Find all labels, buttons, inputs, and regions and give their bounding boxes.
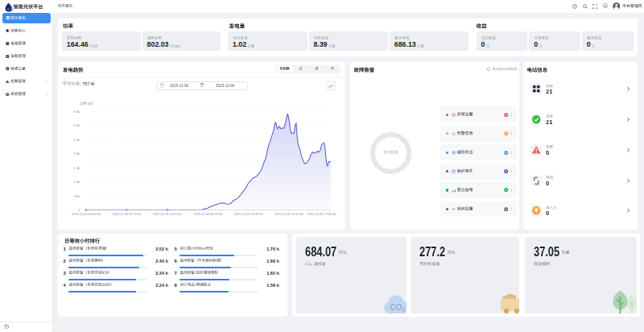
svg-text:2025-11-06 08:40:00: 2025-11-06 08:40:00 <box>234 212 264 216</box>
svg-text:1.5k: 1.5k <box>73 166 80 170</box>
svg-text:1.0k: 1.0k <box>73 180 80 184</box>
svg-text:2: 2 <box>402 307 405 313</box>
svg-text:CO: CO <box>390 303 402 312</box>
svg-text:2025-11-06 10:50:00: 2025-11-06 10:50:00 <box>275 212 304 216</box>
svg-text:2.0k: 2.0k <box>73 151 80 156</box>
svg-text:2025-11-06 00:00:00: 2025-11-06 00:00:00 <box>72 212 101 216</box>
svg-text:2025-11-06 04:20:00: 2025-11-06 04:20:00 <box>153 212 183 216</box>
svg-text:500: 500 <box>74 194 80 198</box>
svg-text:3.0k: 3.0k <box>73 123 80 127</box>
svg-text:3.5k: 3.5k <box>73 110 80 114</box>
svg-text:2025-11-06 02:10:00: 2025-11-06 02:10:00 <box>112 212 142 216</box>
svg-text:2025-11-06 13:00:00: 2025-11-06 13:00:00 <box>308 212 337 216</box>
svg-text:2.5k: 2.5k <box>73 138 80 142</box>
svg-text:2025-11-06 06:30:00: 2025-11-06 06:30:00 <box>193 212 223 216</box>
